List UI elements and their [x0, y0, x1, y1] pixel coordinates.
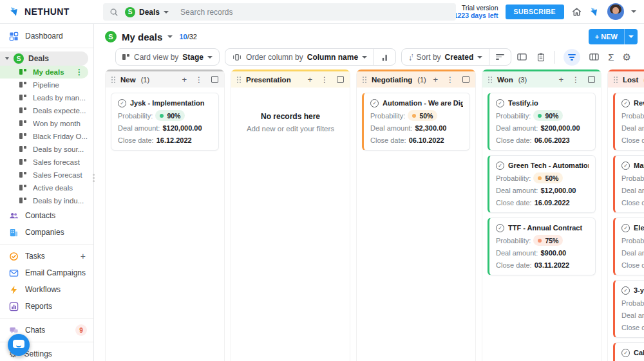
sidebar-item-reports[interactable]: Reports [0, 298, 93, 315]
kebab-menu-icon[interactable]: ⋮ [73, 68, 86, 77]
sidebar-item-deal-view[interactable]: Deals expecte... ⋮ [0, 104, 88, 117]
sidebar-item-workflows[interactable]: Workflows [0, 281, 93, 298]
record-count: 10/32 [179, 33, 197, 41]
drag-handle-icon[interactable] [488, 77, 492, 83]
amount-row: Deal amount:$900.00 [496, 248, 589, 257]
sidebar-item-deal-view[interactable]: Won by month ⋮ [0, 117, 88, 130]
sidebar-item-companies[interactable]: Companies [0, 224, 93, 241]
probability-row: Probability: 90% [118, 111, 212, 120]
sidebar-item-email-campaigns[interactable]: Email Campaigns [0, 264, 93, 281]
column-header[interactable]: New (1) + ⋮ [106, 71, 224, 88]
deal-card[interactable]: ✓ Call Probability: Deal amount: Close d… [613, 342, 644, 361]
sidebar-resize-handle[interactable] [93, 174, 95, 182]
add-task-icon[interactable]: + [80, 251, 86, 261]
deal-title: Call [634, 349, 644, 356]
column-menu-icon[interactable]: ⋮ [569, 75, 582, 84]
select-all-checkbox[interactable] [462, 76, 469, 83]
probability-row: Probability: 90% [496, 111, 589, 120]
sidebar-item-label: My deals [33, 68, 64, 76]
column-header[interactable]: Lost ( + ⋮ [608, 71, 644, 88]
add-record-icon[interactable]: + [182, 75, 187, 84]
amount-value: $2,300.00 [415, 124, 446, 132]
sidebar-item-deal-view[interactable]: My deals ⋮ [0, 66, 88, 79]
deal-card[interactable]: ✓ Testify.io Probability: 90% Deal amoun… [488, 93, 596, 151]
sum-button[interactable]: Σ [608, 51, 614, 62]
drag-handle-icon[interactable] [363, 77, 366, 83]
subscribe-button[interactable]: SUBSCRIBE [506, 5, 564, 19]
sort-prefix-label: Sort by [417, 53, 441, 62]
add-record-icon[interactable]: + [307, 75, 312, 84]
side-panel-icon [516, 51, 527, 62]
sidebar-item-dashboard[interactable]: Dashboard [0, 28, 93, 44]
sidebar-item-deal-view[interactable]: Active deals ⋮ [0, 181, 88, 194]
deal-card[interactable]: ✓ Jysk - Implementation Probability: 90%… [111, 93, 219, 151]
sidebar-item-label: Pipeline [33, 81, 59, 89]
column-menu-icon[interactable]: ⋮ [444, 75, 457, 84]
search-entity-selector[interactable]: S Deals [125, 7, 169, 17]
sort-by-button[interactable]: ↓↑ Sort by Created [402, 49, 489, 65]
kanban-view-icon [19, 172, 27, 178]
drag-handle-icon[interactable] [237, 77, 241, 83]
new-record-button[interactable]: + NEW [589, 29, 638, 44]
amount-row: Deal amount: [621, 123, 644, 133]
board-settings-button[interactable]: ⚙ [623, 51, 631, 63]
probability-label: Probability: [621, 112, 644, 120]
columns-view-button[interactable] [589, 51, 600, 62]
home-icon[interactable] [571, 6, 582, 17]
deal-card[interactable]: ✓ Reve Probability: Deal amount: Close d… [613, 93, 644, 151]
sidebar-item-deal-view[interactable]: Black Friday O... ⋮ [0, 130, 88, 143]
column-menu-icon[interactable]: ⋮ [318, 75, 331, 84]
drag-handle-icon[interactable] [111, 77, 115, 83]
trial-days-left: 1223 days left [454, 12, 498, 19]
sidebar-group-deals[interactable]: S Deals [0, 51, 88, 66]
kanban-view-icon [19, 198, 27, 204]
nethunt-bird-badge-icon[interactable] [589, 6, 600, 17]
view-switcher-caret-icon[interactable] [167, 35, 173, 38]
select-all-checkbox[interactable] [211, 76, 218, 83]
side-panel-toggle-button[interactable] [516, 51, 527, 62]
sidebar-item-deal-view[interactable]: Sales Forecast ⋮ [0, 169, 88, 181]
probability-label: Probability: [496, 174, 531, 182]
sidebar-item-tasks[interactable]: Tasks + [0, 248, 93, 264]
deal-card[interactable]: ✓ Elem Probability: Deal amount: Close d… [613, 218, 644, 275]
drag-handle-icon[interactable] [614, 77, 618, 83]
collapse-caret-icon[interactable] [5, 57, 9, 60]
new-button-dropdown[interactable] [624, 29, 638, 44]
sidebar-item-deal-view[interactable]: Deals by indu... ⋮ [0, 194, 88, 207]
deal-card[interactable]: ✓ Automation - We are Digital Probabilit… [362, 93, 470, 151]
select-all-checkbox[interactable] [337, 76, 344, 83]
column-header[interactable]: Presentation + ⋮ [231, 71, 350, 88]
nethunt-logo[interactable]: NETHUNT [9, 6, 70, 17]
toolbar-divider [554, 51, 555, 64]
column-menu-icon[interactable]: ⋮ [193, 75, 205, 84]
sidebar-item-deal-view[interactable]: Pipeline ⋮ [0, 79, 88, 91]
sidebar-item-deal-view[interactable]: Deals by sour... ⋮ [0, 143, 88, 156]
deal-card[interactable]: ✓ TTF - Annual Contract Probability: 75%… [488, 218, 596, 275]
column-chart-sort-button[interactable] [374, 49, 395, 65]
deal-card[interactable]: ✓ Green Tech - Automation Probability: 5… [488, 155, 596, 213]
sort-control: ↓↑ Sort by Created [401, 48, 511, 66]
select-all-checkbox[interactable] [588, 76, 595, 83]
kanban-board: New (1) + ⋮ ✓ Jysk - Implementation Prob… [95, 69, 644, 361]
sidebar-item-deal-view[interactable]: Sales forecast ⋮ [0, 156, 88, 169]
card-view-by-button[interactable]: Card view by Stage [116, 49, 219, 65]
sidebar-item-contacts[interactable]: Contacts [0, 207, 93, 224]
account-menu-caret-icon[interactable] [631, 10, 636, 13]
order-column-button[interactable]: Order column by Column name [225, 49, 374, 65]
deal-card[interactable]: ✓ Man Probability: Deal amount: Close da… [613, 155, 644, 213]
sidebar-group-label: Deals [28, 54, 49, 63]
search-input[interactable]: S Deals Search records [103, 3, 456, 21]
sidebar-item-deal-view[interactable]: Leads by man... ⋮ [0, 91, 88, 104]
amount-label: Deal amount: [370, 124, 412, 132]
live-chat-launcher[interactable] [8, 334, 30, 356]
add-record-icon[interactable]: + [558, 75, 564, 84]
column-header[interactable]: Won (3) + ⋮ [482, 71, 601, 88]
clipboard-button[interactable] [536, 52, 546, 62]
filter-button[interactable] [564, 49, 580, 66]
deal-card[interactable]: ✓ 3-ye Probability: Deal amount: Close d… [613, 280, 644, 338]
add-record-icon[interactable]: + [433, 75, 438, 84]
sort-order-button[interactable] [489, 49, 511, 65]
user-avatar[interactable] [607, 3, 624, 20]
probability-row: Probability: 50% [496, 173, 589, 183]
column-header[interactable]: Negotiating (1) + ⋮ [357, 71, 475, 88]
